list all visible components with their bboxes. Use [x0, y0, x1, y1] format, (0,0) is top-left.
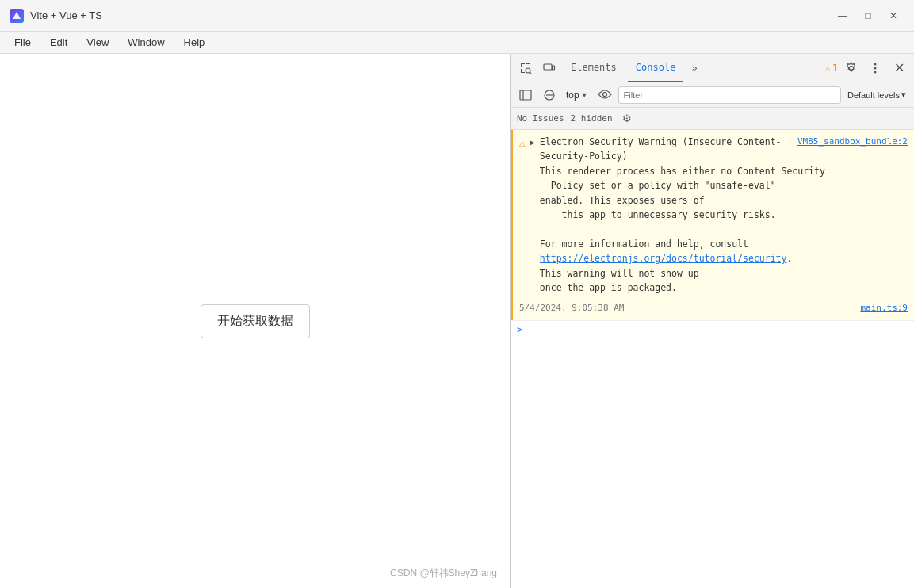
svg-rect-14 — [520, 90, 531, 100]
main-area: 开始获取数据 CSDN @轩祎SheyZhang — [0, 54, 914, 588]
warning-source-top-link[interactable]: VM85_sandbox_bundle:2 — [797, 135, 908, 149]
default-levels-arrow-icon: ▾ — [901, 90, 906, 100]
warning-text-line3: Policy set or a policy with "unsafe-eval… — [540, 178, 908, 193]
title-bar-left: Vite + Vue + TS — [10, 9, 102, 23]
console-sidebar-icon[interactable] — [515, 85, 536, 105]
svg-line-8 — [530, 72, 532, 74]
console-filter-input[interactable] — [618, 86, 841, 104]
default-levels-button[interactable]: Default levels ▾ — [844, 88, 909, 101]
live-expression-icon[interactable] — [595, 87, 615, 103]
fetch-data-button[interactable]: 开始获取数据 — [201, 304, 310, 338]
tab-console[interactable]: Console — [628, 54, 684, 82]
menu-bar: File Edit View Window Help — [0, 32, 914, 54]
hidden-count-label: 2 hidden — [571, 113, 613, 124]
more-tabs-button[interactable]: » — [686, 61, 702, 75]
warning-count: 1 — [832, 63, 838, 74]
console-toolbar: top ▼ Default levels ▾ — [511, 82, 914, 108]
default-levels-label: Default levels — [847, 90, 900, 100]
svg-rect-2 — [521, 63, 522, 67]
tab-elements[interactable]: Elements — [563, 54, 625, 82]
devtools-more-options-icon[interactable] — [865, 58, 885, 78]
warning-message: ⚠ ▶ VM85_sandbox_bundle:2 Electron Secur… — [511, 130, 914, 320]
warning-content: VM85_sandbox_bundle:2 Electron Security … — [540, 135, 908, 295]
warning-icon: ⚠ — [519, 136, 526, 152]
devtools-close-icon[interactable]: ✕ — [889, 58, 909, 78]
menu-file[interactable]: File — [6, 35, 39, 50]
issues-settings-icon[interactable]: ⚙ — [619, 111, 635, 127]
menu-help[interactable]: Help — [176, 35, 213, 50]
console-prompt: > — [511, 320, 914, 338]
warning-text-line2: This renderer process has either no Cont… — [540, 164, 908, 178]
warning-help-link[interactable]: https://electronjs.org/docs/tutorial/sec… — [540, 253, 787, 264]
console-prompt-input[interactable] — [526, 324, 908, 335]
warning-header: ⚠ ▶ VM85_sandbox_bundle:2 Electron Secur… — [519, 135, 908, 295]
close-button[interactable]: ✕ — [882, 7, 904, 25]
warning-source-bottom-link[interactable]: main.ts:9 — [860, 301, 908, 315]
svg-rect-6 — [521, 69, 522, 73]
svg-point-11 — [874, 63, 877, 65]
warning-expand-arrow-icon[interactable]: ▶ — [530, 136, 535, 149]
clear-console-icon[interactable] — [539, 85, 560, 105]
warning-triangle-icon: ⚠ — [825, 63, 831, 74]
app-content: 开始获取数据 CSDN @轩祎SheyZhang — [0, 54, 510, 588]
svg-point-7 — [526, 68, 530, 73]
minimize-button[interactable]: — — [832, 7, 854, 25]
menu-view[interactable]: View — [78, 35, 117, 50]
svg-rect-9 — [544, 64, 552, 70]
devtools-panel: Elements Console » ⚠ 1 — [510, 54, 914, 588]
context-dropdown-icon: ▼ — [581, 91, 588, 99]
console-prompt-arrow-icon: > — [517, 324, 522, 335]
warning-text-line9: This warning will not show up — [540, 266, 908, 281]
menu-window[interactable]: Window — [120, 35, 172, 50]
app-icon — [10, 9, 24, 23]
console-output: ⚠ ▶ VM85_sandbox_bundle:2 Electron Secur… — [511, 130, 914, 588]
devtools-settings-icon[interactable] — [841, 58, 862, 78]
context-label: top — [566, 90, 579, 101]
watermark: CSDN @轩祎SheyZhang — [390, 567, 497, 580]
warning-text-line6 — [540, 222, 908, 236]
warning-text-line10: once the app is packaged. — [540, 281, 908, 295]
issues-bar: No Issues 2 hidden ⚙ — [511, 108, 914, 130]
svg-point-12 — [874, 67, 877, 69]
warning-badge: ⚠ 1 — [825, 63, 838, 74]
devtools-toolbar: Elements Console » ⚠ 1 — [511, 54, 914, 82]
warning-timestamp: 5/4/2024, 9:05:38 AM — [519, 301, 624, 315]
warning-text-line8: https://electronjs.org/docs/tutorial/sec… — [540, 251, 908, 265]
svg-rect-4 — [530, 63, 530, 67]
svg-point-13 — [874, 71, 877, 73]
inspect-element-icon[interactable] — [515, 58, 536, 78]
warning-footer: 5/4/2024, 9:05:38 AM main.ts:9 — [519, 298, 908, 315]
context-selector[interactable]: top ▼ — [563, 88, 591, 102]
svg-rect-10 — [553, 66, 555, 70]
warning-text-line7: For more information and help, consult — [540, 237, 908, 251]
maximize-button[interactable]: □ — [857, 7, 879, 25]
device-toolbar-icon[interactable] — [539, 58, 560, 78]
no-issues-label: No Issues — [517, 113, 564, 124]
title-bar: Vite + Vue + TS — □ ✕ — [0, 0, 914, 32]
warning-text-line5: this app to unnecessary security risks. — [540, 208, 908, 222]
menu-edit[interactable]: Edit — [42, 35, 75, 50]
svg-point-18 — [602, 92, 606, 96]
window-title: Vite + Vue + TS — [30, 10, 102, 21]
svg-marker-0 — [13, 12, 21, 19]
window-controls: — □ ✕ — [832, 7, 904, 25]
warning-text-line4: enabled. This exposes users of — [540, 193, 908, 208]
